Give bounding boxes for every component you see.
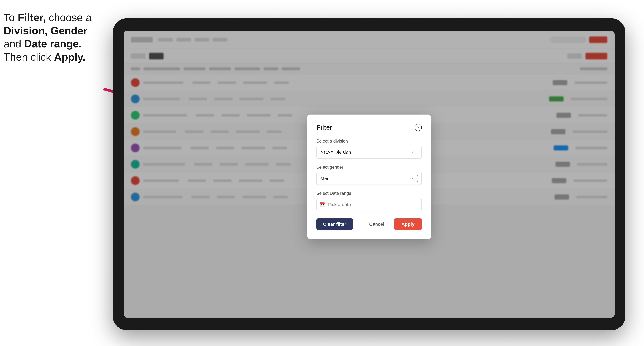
instruction-text: To Filter, choose a Division, Gender and… (4, 11, 109, 64)
tablet-screen: Filter × Select a division NCAA Division… (124, 31, 614, 318)
modal-header: Filter × (316, 124, 422, 131)
gender-form-group: Select gender Men Women Coed × ⌃⌄ (316, 165, 422, 185)
division-select-wrapper: NCAA Division I NCAA Division II NCAA Di… (316, 146, 422, 159)
modal-footer: Clear filter Cancel Apply (316, 218, 422, 230)
modal-close-button[interactable]: × (414, 124, 422, 131)
division-select[interactable]: NCAA Division I NCAA Division II NCAA Di… (316, 146, 422, 159)
clear-filter-button[interactable]: Clear filter (316, 218, 353, 230)
modal-title: Filter (316, 124, 332, 131)
bold-date-range: Date range. (24, 38, 82, 50)
apply-button[interactable]: Apply (394, 218, 422, 230)
gender-label: Select gender (316, 165, 422, 170)
tablet-frame: Filter × Select a division NCAA Division… (113, 18, 626, 330)
date-range-input[interactable] (316, 198, 422, 211)
bold-filter: Filter, (18, 11, 46, 23)
gender-select[interactable]: Men Women Coed (316, 172, 422, 185)
division-label: Select a division (316, 139, 422, 144)
calendar-icon: 📅 (320, 202, 326, 207)
close-icon: × (417, 125, 420, 130)
date-range-form-group: Select Date range 📅 (316, 191, 422, 211)
date-label: Select Date range (316, 191, 422, 196)
date-input-wrapper: 📅 (316, 198, 422, 211)
division-form-group: Select a division NCAA Division I NCAA D… (316, 139, 422, 159)
gender-select-wrapper: Men Women Coed × ⌃⌄ (316, 172, 422, 185)
modal-footer-right: Cancel Apply (363, 218, 422, 230)
bold-apply: Apply. (54, 51, 86, 63)
division-clear-icon[interactable]: × (412, 150, 414, 155)
cancel-button[interactable]: Cancel (363, 218, 390, 230)
filter-modal: Filter × Select a division NCAA Division… (307, 115, 431, 239)
bold-division-gender: Division, Gender (4, 25, 88, 36)
gender-clear-icon[interactable]: × (412, 176, 414, 181)
